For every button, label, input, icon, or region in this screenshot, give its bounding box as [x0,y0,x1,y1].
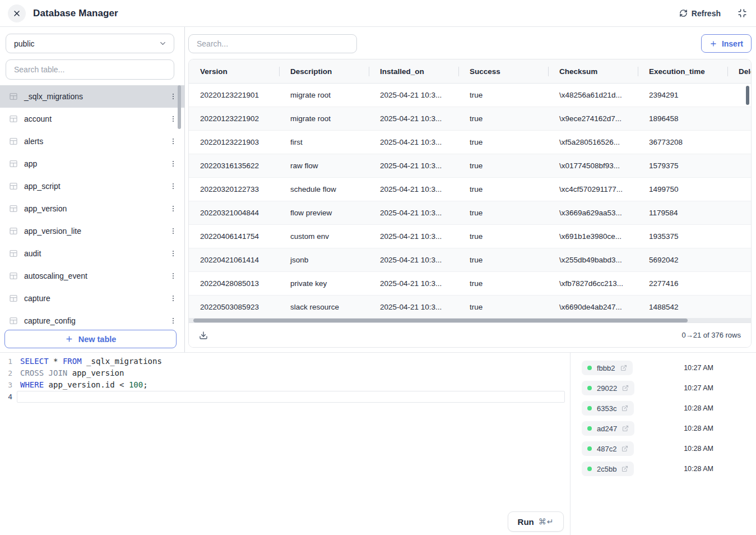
table-row[interactable]: 20220320122733schedule flow2025-04-21 10… [189,178,751,201]
table-cell[interactable]: 36773208 [638,131,727,154]
download-button[interactable] [199,331,208,340]
table-row[interactable]: 20220503085923slack resource2025-04-21 1… [189,296,751,319]
grid-vertical-scrollbar[interactable] [746,86,749,105]
table-cell[interactable]: 20220316135622 [189,154,279,177]
table-cell[interactable]: 1896458 [638,107,727,130]
table-cell[interactable]: \xf5a280516526... [548,131,638,154]
minimize-button[interactable] [738,8,747,18]
table-row[interactable]: 20220123221901migrate root2025-04-21 10:… [189,84,751,107]
table-cell[interactable]: 20220123221903 [189,131,279,154]
table-cell[interactable]: true [458,201,548,224]
code-line[interactable]: 4 [0,391,570,403]
table-cell[interactable]: 1488542 [638,296,727,319]
table-cell[interactable] [727,131,752,154]
table-row[interactable]: 20220406141754custom env2025-04-21 10:3.… [189,225,751,248]
new-table-button[interactable]: New table [4,330,177,348]
table-menu-button[interactable] [166,246,180,261]
search-input[interactable] [188,34,357,53]
sidebar-table-item[interactable]: app [0,153,185,175]
column-header[interactable]: Installed_on [369,59,458,83]
history-pill[interactable]: 2c5bb [582,462,634,476]
column-header[interactable]: Execution_time [638,59,727,83]
table-cell[interactable]: slack resource [279,296,369,319]
grid-horizontal-scrollbar-track[interactable] [189,318,751,322]
history-pill[interactable]: ad247 [582,421,634,436]
table-cell[interactable]: 20220428085013 [189,272,279,295]
table-cell[interactable] [727,248,752,271]
table-cell[interactable]: 1579375 [638,154,727,177]
sidebar-table-item[interactable]: app_version [0,197,185,220]
table-cell[interactable]: 1935375 [638,225,727,248]
table-row[interactable]: 20220123221902migrate root2025-04-21 10:… [189,107,751,131]
column-header[interactable]: Success [458,59,548,83]
table-cell[interactable]: 2025-04-21 10:3... [369,201,458,224]
table-cell[interactable]: \x255db49babd3... [548,248,638,271]
table-cell[interactable]: true [458,178,548,201]
table-cell[interactable]: 2025-04-21 10:3... [369,225,458,248]
table-menu-button[interactable] [166,313,180,328]
table-cell[interactable]: true [458,272,548,295]
schema-select[interactable]: public [6,34,174,53]
sidebar-table-item[interactable]: audit [0,242,185,265]
table-cell[interactable]: 20220406141754 [189,225,279,248]
table-cell[interactable]: 20220123221902 [189,107,279,130]
table-cell[interactable]: true [458,248,548,271]
table-cell[interactable] [727,296,752,319]
sidebar-table-item[interactable]: capture_config [0,310,185,332]
table-cell[interactable]: 2025-04-21 10:3... [369,272,458,295]
column-header[interactable]: Checksum [548,59,638,83]
code-line[interactable]: 1SELECT * FROM _sqlx_migrations [0,356,570,367]
table-cell[interactable] [727,201,752,224]
table-cell[interactable]: \x48256a61d21d... [548,84,638,107]
table-menu-button[interactable] [166,269,180,283]
table-cell[interactable]: 1179584 [638,201,727,224]
sidebar-table-item[interactable]: app_script [0,175,185,197]
table-cell[interactable]: migrate root [279,84,369,107]
history-pill[interactable]: 6353c [582,401,634,416]
table-row[interactable]: 20220428085013private key2025-04-21 10:3… [189,272,751,296]
code-line[interactable]: 3WHERE app_version.id < 100; [0,379,570,391]
table-cell[interactable]: 20220321004844 [189,201,279,224]
table-cell[interactable]: 2277416 [638,272,727,295]
table-cell[interactable] [727,272,752,295]
sidebar-table-item[interactable]: app_version_lite [0,220,185,242]
refresh-button[interactable]: Refresh [679,9,721,18]
code-line[interactable]: 2CROSS JOIN app_version [0,367,570,379]
table-cell[interactable]: raw flow [279,154,369,177]
column-header[interactable]: Dele [727,59,752,83]
table-cell[interactable]: 5692042 [638,248,727,271]
table-menu-button[interactable] [166,224,180,238]
table-cell[interactable]: flow preview [279,201,369,224]
table-cell[interactable]: 2025-04-21 10:3... [369,296,458,319]
column-header[interactable]: Version [189,59,279,83]
table-row[interactable]: 20220321004844flow preview2025-04-21 10:… [189,201,751,225]
table-menu-button[interactable] [166,156,180,171]
sidebar-table-item[interactable]: alerts [0,130,185,153]
column-header[interactable]: Description [279,59,369,83]
table-cell[interactable]: true [458,225,548,248]
sidebar-table-item[interactable]: capture [0,287,185,310]
table-cell[interactable]: \x9ece274162d7... [548,107,638,130]
run-button[interactable]: Run ⌘↵ [508,511,564,532]
table-cell[interactable]: true [458,84,548,107]
table-cell[interactable]: migrate root [279,107,369,130]
table-row[interactable]: 20220421061414jsonb2025-04-21 10:3...tru… [189,248,751,272]
table-menu-button[interactable] [166,134,180,149]
table-cell[interactable]: 20220123221901 [189,84,279,107]
table-cell[interactable]: \x6690de4ab247... [548,296,638,319]
grid-horizontal-scrollbar[interactable] [193,319,688,322]
history-pill[interactable]: 487c2 [582,441,634,456]
table-cell[interactable]: 1499750 [638,178,727,201]
table-row[interactable]: 20220316135622raw flow2025-04-21 10:3...… [189,154,751,178]
history-pill[interactable]: 29022 [582,381,634,395]
table-cell[interactable]: jsonb [279,248,369,271]
table-cell[interactable]: \x691b1e3980ce... [548,225,638,248]
table-cell[interactable]: 20220320122733 [189,178,279,201]
table-cell[interactable]: schedule flow [279,178,369,201]
table-cell[interactable]: true [458,107,548,130]
insert-button[interactable]: Insert [701,34,752,53]
table-cell[interactable]: custom env [279,225,369,248]
table-row[interactable]: 20220123221903first2025-04-21 10:3...tru… [189,131,751,154]
table-cell[interactable]: \x3669a629aa53... [548,201,638,224]
table-cell[interactable] [727,178,752,201]
